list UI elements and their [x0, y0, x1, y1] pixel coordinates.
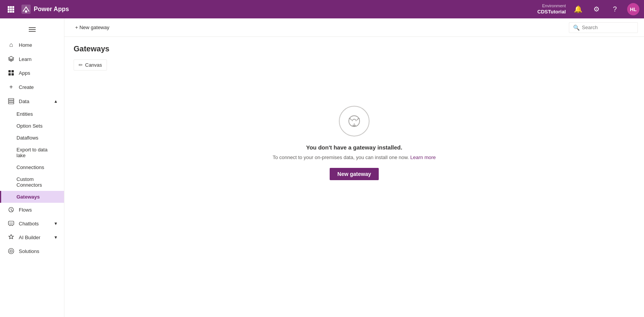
empty-state: You don't have a gateway installed. To c… — [74, 83, 635, 203]
sidebar-item-entities[interactable]: Entities — [0, 108, 64, 120]
svg-rect-13 — [29, 31, 36, 32]
sidebar-item-option-sets[interactable]: Option Sets — [0, 120, 64, 132]
notification-icon[interactable]: 🔔 — [572, 3, 584, 15]
sidebar-item-connections[interactable]: Connections — [0, 161, 64, 173]
sidebar-item-custom-connectors[interactable]: Custom Connectors — [0, 173, 64, 191]
home-icon: ⌂ — [7, 41, 15, 48]
sidebar-item-dataflows[interactable]: Dataflows — [0, 132, 64, 144]
app-logo[interactable]: Power Apps — [21, 5, 69, 14]
svg-rect-15 — [12, 70, 14, 72]
sidebar-item-create[interactable]: + Create — [0, 80, 64, 94]
sidebar-item-apps[interactable]: Apps — [0, 66, 64, 80]
sidebar-item-gateways[interactable]: Gateways — [0, 191, 64, 203]
data-icon — [7, 98, 15, 104]
grid-icon[interactable] — [5, 3, 17, 15]
avatar[interactable]: HL — [627, 3, 639, 15]
topbar: Power Apps Environment CDSTutorial 🔔 ⚙ ?… — [0, 0, 644, 18]
environment-info: Environment CDSTutorial — [537, 3, 566, 15]
search-input[interactable] — [582, 25, 634, 30]
learn-more-link[interactable]: Learn more — [410, 154, 435, 160]
svg-rect-18 — [8, 99, 14, 100]
content-area: Gateways ✏ Canvas You don't — [64, 37, 644, 317]
svg-rect-17 — [12, 73, 14, 76]
apps-icon — [7, 70, 15, 76]
empty-state-title: You don't have a gateway installed. — [306, 144, 402, 151]
main-layout: ⌂ Home Learn Apps + Create — [0, 18, 644, 317]
new-gateway-toolbar-button[interactable]: + New gateway — [71, 22, 114, 33]
svg-rect-6 — [8, 11, 10, 13]
create-icon: + — [7, 84, 15, 90]
empty-state-icon — [339, 106, 370, 136]
empty-state-desc: To connect to your on-premises data, you… — [273, 154, 436, 160]
page-title: Gateways — [74, 44, 635, 53]
svg-rect-14 — [8, 70, 11, 72]
data-expand-icon: ▲ — [54, 99, 58, 103]
topbar-right: Environment CDSTutorial 🔔 ⚙ ? HL — [537, 3, 639, 15]
svg-point-10 — [25, 10, 27, 13]
sidebar-item-export[interactable]: Export to data lake — [0, 144, 64, 161]
learn-icon — [7, 56, 15, 62]
ai-builder-icon — [7, 234, 15, 240]
sidebar-item-learn[interactable]: Learn — [0, 52, 64, 66]
main-content: + New gateway 🔍 Gateways ✏ Canvas — [64, 18, 644, 317]
flows-icon — [7, 207, 15, 213]
svg-point-24 — [11, 223, 12, 223]
hamburger-button[interactable] — [0, 21, 64, 38]
svg-point-23 — [10, 223, 10, 223]
svg-rect-12 — [29, 29, 36, 30]
sidebar: ⌂ Home Learn Apps + Create — [0, 18, 64, 317]
svg-rect-5 — [12, 8, 14, 10]
new-gateway-button[interactable]: New gateway — [330, 168, 379, 180]
sidebar-item-data[interactable]: Data ▲ — [0, 94, 64, 108]
svg-rect-1 — [10, 6, 12, 8]
settings-icon[interactable]: ⚙ — [590, 3, 603, 15]
svg-rect-4 — [10, 8, 12, 10]
help-icon[interactable]: ? — [609, 3, 621, 15]
svg-rect-7 — [10, 11, 12, 13]
svg-rect-3 — [8, 8, 10, 10]
search-icon: 🔍 — [573, 25, 580, 31]
svg-rect-19 — [8, 100, 14, 102]
svg-rect-0 — [8, 6, 10, 8]
solutions-icon — [7, 248, 15, 254]
chatbots-expand-icon: ▼ — [54, 221, 58, 226]
svg-rect-8 — [12, 11, 14, 13]
svg-rect-20 — [8, 102, 14, 104]
sidebar-item-flows[interactable]: Flows — [0, 203, 64, 217]
svg-rect-2 — [12, 6, 14, 8]
pencil-icon: ✏ — [79, 62, 83, 68]
sidebar-item-home[interactable]: ⌂ Home — [0, 38, 64, 52]
ai-builder-expand-icon: ▼ — [54, 235, 58, 240]
sidebar-item-solutions[interactable]: Solutions — [0, 244, 64, 258]
chatbots-icon — [7, 220, 15, 227]
svg-rect-11 — [29, 27, 36, 28]
toolbar: + New gateway 🔍 — [64, 18, 644, 37]
search-box[interactable]: 🔍 — [569, 22, 638, 33]
canvas-filter-tab[interactable]: ✏ Canvas — [74, 59, 107, 71]
sidebar-item-chatbots[interactable]: Chatbots ▼ — [0, 217, 64, 230]
svg-rect-16 — [8, 73, 11, 76]
sidebar-item-ai-builder[interactable]: AI Builder ▼ — [0, 230, 64, 244]
svg-point-25 — [12, 223, 13, 223]
